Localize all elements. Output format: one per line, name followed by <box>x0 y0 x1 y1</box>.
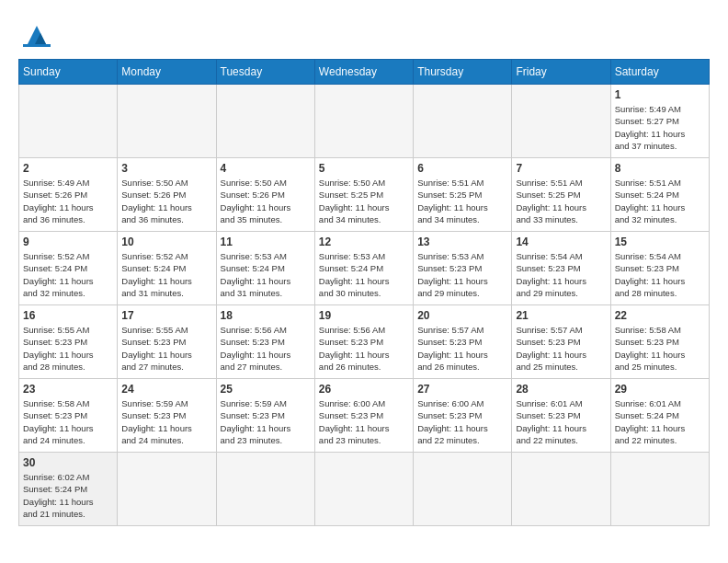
day-of-week-header: Saturday <box>610 60 709 85</box>
calendar-day-cell <box>216 453 314 526</box>
calendar-day-cell: 11Sunrise: 5:53 AM Sunset: 5:24 PM Dayli… <box>216 232 314 305</box>
day-number: 13 <box>417 236 507 248</box>
calendar-day-cell <box>118 453 216 526</box>
day-info: Sunrise: 6:01 AM Sunset: 5:24 PM Dayligh… <box>615 397 705 446</box>
day-number: 18 <box>221 309 311 322</box>
day-info: Sunrise: 5:56 AM Sunset: 5:23 PM Dayligh… <box>221 324 311 373</box>
calendar-day-cell: 13Sunrise: 5:53 AM Sunset: 5:23 PM Dayli… <box>414 232 512 305</box>
calendar-day-cell: 20Sunrise: 5:57 AM Sunset: 5:23 PM Dayli… <box>414 305 512 379</box>
calendar-day-cell: 3Sunrise: 5:50 AM Sunset: 5:26 PM Daylig… <box>118 158 216 232</box>
svg-rect-2 <box>23 44 51 47</box>
day-info: Sunrise: 6:00 AM Sunset: 5:23 PM Dayligh… <box>417 397 507 446</box>
day-info: Sunrise: 5:52 AM Sunset: 5:24 PM Dayligh… <box>121 250 211 299</box>
calendar-day-cell: 19Sunrise: 5:56 AM Sunset: 5:23 PM Dayli… <box>314 305 413 379</box>
calendar-day-cell: 26Sunrise: 6:00 AM Sunset: 5:23 PM Dayli… <box>314 379 413 453</box>
day-number: 3 <box>121 162 211 175</box>
day-number: 11 <box>221 236 311 248</box>
calendar-day-cell: 12Sunrise: 5:53 AM Sunset: 5:24 PM Dayli… <box>314 232 413 305</box>
calendar-day-cell: 17Sunrise: 5:55 AM Sunset: 5:23 PM Dayli… <box>118 305 216 379</box>
day-info: Sunrise: 5:50 AM Sunset: 5:26 PM Dayligh… <box>221 177 311 225</box>
day-number: 24 <box>121 383 211 396</box>
calendar-day-cell: 8Sunrise: 5:51 AM Sunset: 5:24 PM Daylig… <box>610 158 709 232</box>
day-number: 15 <box>615 236 705 248</box>
day-info: Sunrise: 5:57 AM Sunset: 5:23 PM Dayligh… <box>417 324 507 373</box>
calendar-day-cell <box>414 85 512 158</box>
day-info: Sunrise: 6:02 AM Sunset: 5:24 PM Dayligh… <box>23 471 113 520</box>
calendar-day-cell: 25Sunrise: 5:59 AM Sunset: 5:23 PM Dayli… <box>216 379 314 453</box>
calendar-day-cell: 4Sunrise: 5:50 AM Sunset: 5:26 PM Daylig… <box>216 158 314 232</box>
calendar-day-cell <box>512 453 610 526</box>
calendar-day-cell: 15Sunrise: 5:54 AM Sunset: 5:23 PM Dayli… <box>610 232 709 305</box>
calendar-day-cell: 24Sunrise: 5:59 AM Sunset: 5:23 PM Dayli… <box>118 379 216 453</box>
day-number: 17 <box>121 309 211 322</box>
calendar-day-cell <box>610 453 709 526</box>
day-info: Sunrise: 5:58 AM Sunset: 5:23 PM Dayligh… <box>615 324 705 373</box>
calendar-table: SundayMondayTuesdayWednesdayThursdayFrid… <box>18 59 710 526</box>
day-number: 29 <box>615 383 705 396</box>
calendar-day-cell: 23Sunrise: 5:58 AM Sunset: 5:23 PM Dayli… <box>19 379 118 453</box>
calendar-day-cell <box>19 85 118 158</box>
calendar-day-cell: 18Sunrise: 5:56 AM Sunset: 5:23 PM Dayli… <box>216 305 314 379</box>
day-number: 4 <box>221 162 311 175</box>
logo <box>18 18 61 50</box>
day-info: Sunrise: 5:51 AM Sunset: 5:25 PM Dayligh… <box>417 177 507 225</box>
day-number: 5 <box>319 162 409 175</box>
day-of-week-header: Friday <box>512 60 610 85</box>
calendar-week-row: 23Sunrise: 5:58 AM Sunset: 5:23 PM Dayli… <box>19 379 710 453</box>
day-info: Sunrise: 5:53 AM Sunset: 5:24 PM Dayligh… <box>221 250 311 299</box>
day-number: 28 <box>516 383 606 396</box>
calendar-day-cell <box>314 85 413 158</box>
day-number: 1 <box>615 88 705 101</box>
day-number: 21 <box>516 309 606 322</box>
day-of-week-header: Sunday <box>19 60 118 85</box>
calendar-day-cell: 14Sunrise: 5:54 AM Sunset: 5:23 PM Dayli… <box>512 232 610 305</box>
day-info: Sunrise: 5:53 AM Sunset: 5:23 PM Dayligh… <box>417 250 507 299</box>
day-info: Sunrise: 5:54 AM Sunset: 5:23 PM Dayligh… <box>516 250 606 299</box>
day-number: 8 <box>615 162 705 175</box>
day-of-week-header: Monday <box>118 60 216 85</box>
day-info: Sunrise: 5:51 AM Sunset: 5:24 PM Dayligh… <box>615 177 705 225</box>
day-info: Sunrise: 5:52 AM Sunset: 5:24 PM Dayligh… <box>23 250 113 299</box>
calendar-day-cell: 5Sunrise: 5:50 AM Sunset: 5:25 PM Daylig… <box>314 158 413 232</box>
day-number: 25 <box>221 383 311 396</box>
calendar-day-cell: 21Sunrise: 5:57 AM Sunset: 5:23 PM Dayli… <box>512 305 610 379</box>
day-info: Sunrise: 5:54 AM Sunset: 5:23 PM Dayligh… <box>615 250 705 299</box>
calendar-week-row: 9Sunrise: 5:52 AM Sunset: 5:24 PM Daylig… <box>19 232 710 305</box>
day-number: 10 <box>121 236 211 248</box>
day-info: Sunrise: 6:00 AM Sunset: 5:23 PM Dayligh… <box>319 397 409 446</box>
day-info: Sunrise: 5:50 AM Sunset: 5:26 PM Dayligh… <box>121 177 211 225</box>
day-number: 22 <box>615 309 705 322</box>
calendar-day-cell: 16Sunrise: 5:55 AM Sunset: 5:23 PM Dayli… <box>19 305 118 379</box>
calendar-week-row: 30Sunrise: 6:02 AM Sunset: 5:24 PM Dayli… <box>19 453 710 526</box>
day-info: Sunrise: 5:50 AM Sunset: 5:25 PM Dayligh… <box>319 177 409 225</box>
calendar-day-cell: 29Sunrise: 6:01 AM Sunset: 5:24 PM Dayli… <box>610 379 709 453</box>
calendar-day-cell: 6Sunrise: 5:51 AM Sunset: 5:25 PM Daylig… <box>414 158 512 232</box>
day-number: 9 <box>23 236 113 248</box>
day-number: 19 <box>319 309 409 322</box>
calendar-day-cell: 1Sunrise: 5:49 AM Sunset: 5:27 PM Daylig… <box>610 85 709 158</box>
day-info: Sunrise: 5:51 AM Sunset: 5:25 PM Dayligh… <box>516 177 606 225</box>
day-number: 27 <box>417 383 507 396</box>
calendar-day-cell <box>314 453 413 526</box>
day-info: Sunrise: 5:59 AM Sunset: 5:23 PM Dayligh… <box>121 397 211 446</box>
generalblue-icon <box>18 18 55 50</box>
day-info: Sunrise: 6:01 AM Sunset: 5:23 PM Dayligh… <box>516 397 606 446</box>
calendar-week-row: 16Sunrise: 5:55 AM Sunset: 5:23 PM Dayli… <box>19 305 710 379</box>
day-number: 14 <box>516 236 606 248</box>
calendar-day-cell <box>118 85 216 158</box>
day-number: 12 <box>319 236 409 248</box>
day-number: 7 <box>516 162 606 175</box>
day-info: Sunrise: 5:57 AM Sunset: 5:23 PM Dayligh… <box>516 324 606 373</box>
day-number: 6 <box>417 162 507 175</box>
calendar-week-row: 2Sunrise: 5:49 AM Sunset: 5:26 PM Daylig… <box>19 158 710 232</box>
calendar-day-cell: 22Sunrise: 5:58 AM Sunset: 5:23 PM Dayli… <box>610 305 709 379</box>
day-info: Sunrise: 5:55 AM Sunset: 5:23 PM Dayligh… <box>23 324 113 373</box>
day-info: Sunrise: 5:56 AM Sunset: 5:23 PM Dayligh… <box>319 324 409 373</box>
day-info: Sunrise: 5:55 AM Sunset: 5:23 PM Dayligh… <box>121 324 211 373</box>
day-info: Sunrise: 5:53 AM Sunset: 5:24 PM Dayligh… <box>319 250 409 299</box>
calendar-day-cell: 30Sunrise: 6:02 AM Sunset: 5:24 PM Dayli… <box>19 453 118 526</box>
calendar-day-cell: 10Sunrise: 5:52 AM Sunset: 5:24 PM Dayli… <box>118 232 216 305</box>
calendar-day-cell: 9Sunrise: 5:52 AM Sunset: 5:24 PM Daylig… <box>19 232 118 305</box>
calendar-day-cell: 2Sunrise: 5:49 AM Sunset: 5:26 PM Daylig… <box>19 158 118 232</box>
day-of-week-header: Tuesday <box>216 60 314 85</box>
